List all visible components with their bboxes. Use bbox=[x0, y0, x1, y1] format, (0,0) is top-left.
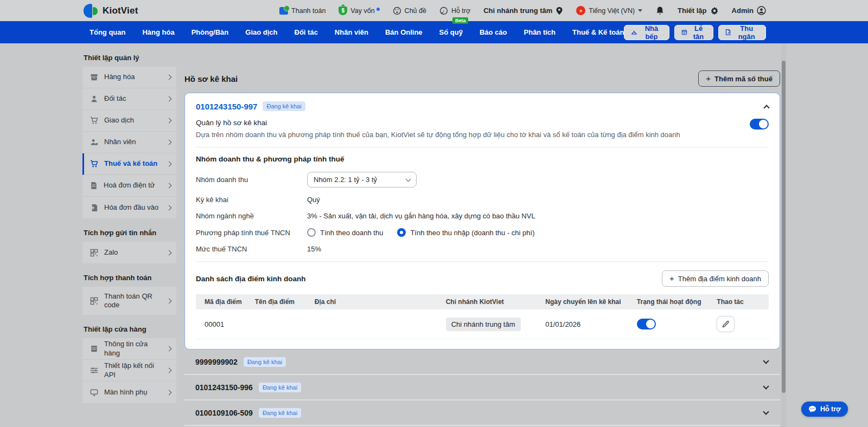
sidebar-item-thong-tin-cua-hang[interactable]: Thông tin cửa hàng bbox=[82, 338, 176, 360]
tax-code-link[interactable]: 0101243150-997 bbox=[196, 102, 257, 111]
sidebar-item-label: Màn hình phụ bbox=[104, 388, 161, 397]
bell-icon bbox=[655, 6, 665, 16]
topbar-notifications[interactable] bbox=[655, 6, 665, 16]
topbar-admin[interactable]: Admin bbox=[732, 6, 766, 15]
sidebar-item-qr-payment[interactable]: Thanh toán QR code bbox=[82, 287, 176, 315]
radio-option-revenue[interactable]: Tính theo doanh thu bbox=[307, 228, 383, 237]
topbar-settings[interactable]: Thiết lập bbox=[678, 7, 718, 15]
manage-description: Dựa trên nhóm doanh thu và phương pháp t… bbox=[196, 131, 728, 139]
plus-icon bbox=[706, 74, 711, 83]
settings-sidebar: Thiết lập quản lý Hàng hóa Đối tác Giao … bbox=[82, 43, 176, 427]
topbar-theme[interactable]: Chủ đề bbox=[393, 7, 426, 15]
nav-ban-online[interactable]: Bán Online bbox=[385, 28, 423, 36]
nav-giao-dich[interactable]: Giao dịch bbox=[245, 28, 277, 36]
status-badge: Đang kê khai bbox=[259, 408, 301, 418]
nav-thue-ke-toan[interactable]: Thuế & Kế toán bbox=[572, 28, 624, 36]
declaration-card-header[interactable]: 0101243150-997 Đang kê khai bbox=[185, 93, 780, 115]
chevron-right-icon bbox=[167, 161, 172, 167]
sidebar-item-doi-tac[interactable]: Đối tác bbox=[82, 88, 176, 110]
period-label: Kỳ kê khai bbox=[196, 196, 307, 204]
radio-checked-icon[interactable] bbox=[397, 228, 406, 237]
sidebar-item-hoa-don-dau-vao[interactable]: Hóa đơn đầu vào bbox=[82, 197, 176, 218]
revenue-method-section-title: Nhóm doanh thu & phương pháp tính thuế bbox=[185, 155, 780, 163]
scrollbar-thumb[interactable] bbox=[782, 61, 786, 393]
row-active-toggle[interactable] bbox=[637, 319, 656, 329]
form-row-tax-rate: Mức thuế TNCN 15% bbox=[185, 245, 780, 253]
topbar-payments[interactable]: Thanh toán bbox=[279, 7, 326, 15]
table-row: 00001 Chi nhánh trung tâm 01/01/2026 bbox=[196, 309, 769, 339]
topbar-loan[interactable]: $ Vay vốn bbox=[339, 7, 379, 15]
tax-code-text: 9999999902 bbox=[195, 358, 238, 366]
box-icon bbox=[90, 73, 98, 81]
sidebar-section-title: Thiết lập quản lý bbox=[84, 54, 176, 62]
store-icon bbox=[90, 345, 98, 353]
sidebar-section-title: Tích hợp gửi tin nhắn bbox=[84, 229, 176, 237]
calendar-check-icon bbox=[681, 28, 687, 36]
topbar-support[interactable]: i Hỗ trợ Beta bbox=[439, 7, 470, 15]
nav-nhan-vien[interactable]: Nhân viên bbox=[335, 28, 368, 36]
page-body: Thiết lập quản lý Hàng hóa Đối tác Giao … bbox=[0, 43, 868, 427]
add-tax-code-button[interactable]: Thêm mã số thuế bbox=[698, 70, 780, 87]
declaration-card-expanded: 0101243150-997 Đang kê khai Quản lý hồ s… bbox=[184, 93, 780, 350]
chevron-down-icon[interactable] bbox=[763, 383, 769, 389]
cell-location-code: 00001 bbox=[196, 309, 246, 339]
cashier-button[interactable]: Thu ngân bbox=[718, 25, 766, 40]
chevron-down-icon[interactable] bbox=[763, 358, 769, 364]
revenue-group-select[interactable]: Nhóm 2.2: 1 tỷ - 3 tỷ bbox=[307, 172, 417, 187]
kiotviet-logo[interactable]: KiotViet bbox=[82, 4, 138, 18]
sidebar-item-label: Thiết lập kết nối API bbox=[104, 361, 161, 379]
nav-tong-quan[interactable]: Tổng quan bbox=[90, 28, 125, 36]
support-fab-button[interactable]: Hỗ trợ bbox=[801, 402, 848, 417]
location-pin-icon bbox=[556, 7, 563, 15]
manage-toggle[interactable] bbox=[750, 119, 769, 130]
industry-value: 3% - Sản xuất, vận tải, dịch vụ gắn hàng… bbox=[307, 212, 535, 220]
chevron-right-icon bbox=[167, 390, 172, 395]
sidebar-item-hoa-don-dien-tu[interactable]: Hoá đơn điện tử bbox=[82, 175, 176, 197]
sidebar-item-thue-ke-toan[interactable]: Thuế và kế toán bbox=[82, 153, 176, 175]
sliders-icon bbox=[90, 366, 98, 374]
nav-phong-ban[interactable]: Phòng/Bàn bbox=[192, 28, 229, 36]
sidebar-item-giao-dich[interactable]: Giao dịch bbox=[82, 110, 176, 132]
nav-bao-cao[interactable]: Báo cáo bbox=[480, 28, 507, 36]
form-row-period: Kỳ kê khai Quý bbox=[185, 196, 780, 204]
topbar-branch-selector[interactable]: Chi nhánh trung tâm bbox=[483, 7, 563, 15]
document-icon bbox=[90, 182, 98, 190]
vertical-scrollbar[interactable] bbox=[781, 43, 786, 427]
svg-text:i: i bbox=[443, 8, 444, 13]
nav-phan-tich[interactable]: Phân tích bbox=[524, 28, 556, 36]
branch-chip: Chi nhánh trung tâm bbox=[446, 318, 521, 331]
radio-unchecked-icon[interactable] bbox=[307, 228, 316, 237]
revenue-group-label: Nhóm doanh thu bbox=[196, 176, 307, 184]
sidebar-section-title: Thiết lập cửa hàng bbox=[84, 325, 176, 333]
sidebar-item-man-hinh-phu[interactable]: Màn hình phụ bbox=[82, 381, 176, 403]
sidebar-item-ket-noi-api[interactable]: Thiết lập kết nối API bbox=[82, 360, 176, 381]
qr-grid-icon bbox=[90, 249, 98, 257]
nav-doi-tac[interactable]: Đối tác bbox=[295, 28, 318, 36]
radio-option-income[interactable]: Tính theo thu nhập (doanh thu - chi phí) bbox=[397, 228, 534, 237]
declaration-row-collapsed[interactable]: 0100109106-509 Đang kê khai bbox=[184, 400, 780, 426]
chevron-up-icon[interactable] bbox=[763, 105, 769, 111]
tax-method-label: Phương pháp tính thuế TNCN bbox=[196, 229, 307, 237]
chevron-right-icon bbox=[167, 205, 172, 210]
declaration-row-collapsed[interactable]: 9999999902 Đang kê khai bbox=[184, 350, 780, 375]
declaration-row-collapsed[interactable]: 0101243150-996 Đang kê khai bbox=[184, 375, 780, 400]
sidebar-item-hang-hoa[interactable]: Hàng hóa bbox=[82, 67, 176, 88]
table-header-row: Mã địa điểm Tên địa điểm Địa chỉ Chi nhá… bbox=[196, 294, 769, 309]
nav-so-quy[interactable]: Sổ quỹ bbox=[439, 28, 463, 36]
chevron-down-icon[interactable] bbox=[763, 409, 769, 415]
form-row-industry: Nhóm ngành nghề 3% - Sản xuất, vận tải, … bbox=[185, 212, 780, 220]
divider bbox=[196, 147, 769, 147]
kitchen-button[interactable]: Nhà bếp bbox=[624, 25, 669, 40]
topbar-language-selector[interactable]: ★ Tiếng Việt (VN) bbox=[576, 6, 642, 15]
sidebar-item-zalo[interactable]: Zalo bbox=[82, 242, 176, 263]
chevron-right-icon bbox=[167, 75, 172, 80]
notification-dot-icon bbox=[376, 8, 380, 11]
form-row-tax-method: Phương pháp tính thuế TNCN Tính theo doa… bbox=[185, 228, 780, 237]
nav-hang-hoa[interactable]: Hàng hóa bbox=[142, 28, 174, 36]
add-location-button[interactable]: Thêm địa điểm kinh doanh bbox=[662, 270, 769, 287]
sidebar-item-nhan-vien[interactable]: Nhân viên bbox=[82, 132, 176, 153]
edit-row-button[interactable] bbox=[717, 316, 735, 332]
period-value: Quý bbox=[307, 196, 320, 204]
branch-label: Chi nhánh trung tâm bbox=[483, 7, 552, 15]
reception-button[interactable]: Lễ tân bbox=[674, 25, 713, 40]
